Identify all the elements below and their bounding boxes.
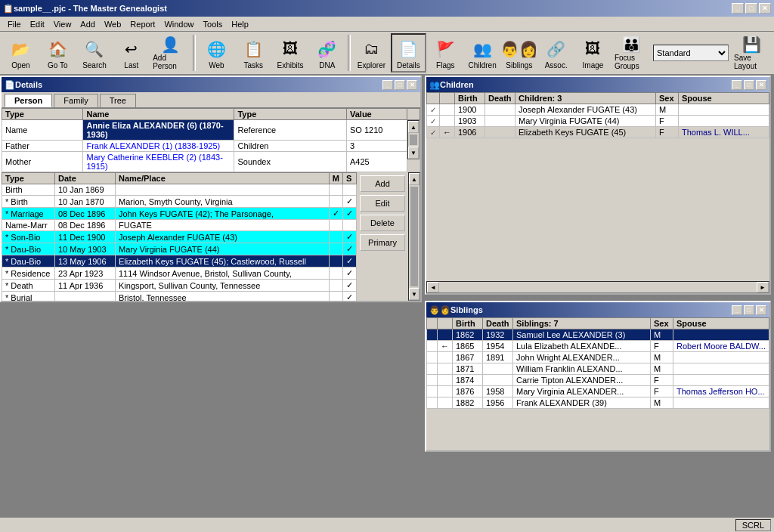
col-arrow xyxy=(440,93,455,104)
last-button[interactable]: ↩ Last xyxy=(113,33,149,73)
menu-tools[interactable]: Tools xyxy=(199,18,228,30)
menu-report[interactable]: Report xyxy=(125,18,159,30)
sibling-row[interactable]: 1867 1891 John Wright ALEXANDER... M xyxy=(427,352,769,363)
sibling-row-arrow[interactable]: ← 1865 1954 Lula Elizabeth ALEXANDE... F… xyxy=(427,341,769,352)
search-button[interactable]: 🔍 Search xyxy=(77,33,113,73)
open-button[interactable]: 📂 Open xyxy=(3,33,39,73)
child-row-selected[interactable]: ✓ ← 1906 Elizabeth Keys FUGATE (45) F Th… xyxy=(427,127,769,138)
details-button[interactable]: 📄 Details xyxy=(391,33,426,73)
explorer-button[interactable]: 🗂 Explorer xyxy=(354,33,389,73)
app-icon: 📋 xyxy=(3,4,14,14)
events-scroll-up[interactable]: ▲ xyxy=(409,173,420,185)
siblings-close-button[interactable]: ✕ xyxy=(756,305,766,315)
events-scroll-down[interactable]: ▼ xyxy=(409,288,420,300)
info-value-father: 3 xyxy=(347,141,407,152)
menu-edit[interactable]: Edit xyxy=(26,18,49,30)
event-row[interactable]: * Birth 10 Jan 1870 Marion, Smyth County… xyxy=(2,196,357,208)
event-row-sonbio[interactable]: * Son-Bio 11 Dec 1900 Joseph Alexander F… xyxy=(2,231,357,243)
sibling-row-thomas[interactable]: 1876 1958 Mary Virginia ALEXANDER... F T… xyxy=(427,386,769,397)
maximize-button[interactable]: □ xyxy=(745,3,757,14)
add-person-button[interactable]: 👤 Add Person xyxy=(150,33,190,73)
info-row-mother[interactable]: Mother Mary Catherine KEEBLER (2) (1843-… xyxy=(2,152,420,172)
info-row-father[interactable]: Father Frank ALEXANDER (1) (1838-1925) C… xyxy=(2,141,420,152)
col-spouse-s: Spouse xyxy=(673,318,769,329)
details-maximize-button[interactable]: □ xyxy=(395,80,405,90)
col-value: Value xyxy=(347,109,407,120)
children-h-scrollbar[interactable]: ◄ ► xyxy=(426,281,769,293)
details-panel-title: Details xyxy=(15,80,42,89)
sibling-row[interactable]: 1871 William Franklin ALEXAND... M xyxy=(427,363,769,375)
children-icon: 👥 xyxy=(470,37,494,61)
edit-event-button[interactable]: Edit xyxy=(360,195,405,212)
col-birth: Birth xyxy=(455,93,485,104)
event-row-daubio2[interactable]: * Dau-Bio 13 May 1906 Elizabeth Keys FUG… xyxy=(2,255,357,268)
scroll-up-arrow[interactable]: ▲ xyxy=(408,121,419,133)
tab-person[interactable]: Person xyxy=(5,94,52,107)
children-scroll-left[interactable]: ◄ xyxy=(427,282,439,292)
exhibits-button[interactable]: 🖼 Exhibits xyxy=(273,33,308,73)
focus-groups-button[interactable]: 👪 Focus Groups xyxy=(612,33,652,73)
siblings-button[interactable]: 👨‍👩 Siblings xyxy=(501,33,537,73)
event-row[interactable]: Name-Marr 08 Dec 1896 FUGATE xyxy=(2,220,357,231)
menu-file[interactable]: File xyxy=(3,18,26,30)
add-event-button[interactable]: Add xyxy=(360,175,405,192)
image-button[interactable]: 🖼 Image xyxy=(575,33,611,73)
info-row-name[interactable]: Name Annie Eliza ALEXANDER (6) (1870-193… xyxy=(2,120,420,141)
sibling-row-selected[interactable]: 1862 1932 Samuel Lee ALEXANDER (3) M xyxy=(427,329,769,341)
col-type: Type xyxy=(2,109,83,120)
menu-add[interactable]: Add xyxy=(76,18,100,30)
children-maximize-button[interactable]: □ xyxy=(744,80,754,90)
children-scroll-right[interactable]: ► xyxy=(757,282,769,292)
children-button[interactable]: 👥 Children xyxy=(465,33,500,73)
menu-view[interactable]: View xyxy=(49,18,76,30)
minimize-button[interactable]: _ xyxy=(732,3,744,14)
info-value-mother: A425 xyxy=(347,152,407,172)
info-name: Annie Eliza ALEXANDER (6) (1870-1936) xyxy=(83,120,234,141)
assoc-button[interactable]: 🔗 Assoc. xyxy=(538,33,574,73)
flags-button[interactable]: 🚩 Flags xyxy=(428,33,463,73)
event-row-marriage[interactable]: * Marriage 08 Dec 1896 John Keys FUGATE … xyxy=(2,208,357,220)
sibling-row[interactable]: 1882 1956 Frank ALEXANDER (39) M xyxy=(427,397,769,409)
info-father: Frank ALEXANDER (1) (1838-1925) xyxy=(83,141,234,152)
tasks-icon: 📋 xyxy=(241,37,265,61)
siblings-maximize-button[interactable]: □ xyxy=(744,305,754,315)
event-row-daubio1[interactable]: * Dau-Bio 10 May 1903 Mary Virginia FUGA… xyxy=(2,243,357,255)
dna-button[interactable]: 🧬 DNA xyxy=(309,33,345,73)
event-row-death[interactable]: * Death 11 Apr 1936 Kingsport, Sullivan … xyxy=(2,280,357,292)
exhibits-icon: 🖼 xyxy=(278,37,302,61)
col-ref-type: Type xyxy=(234,109,347,120)
children-close-button[interactable]: ✕ xyxy=(756,80,766,90)
details-minimize-button[interactable]: _ xyxy=(382,80,393,90)
siblings-panel-icon: 👨‍👩 xyxy=(429,305,450,315)
siblings-minimize-button[interactable]: _ xyxy=(732,305,742,315)
menu-window[interactable]: Window xyxy=(159,18,198,30)
menu-web[interactable]: Web xyxy=(100,18,125,30)
menu-help[interactable]: Help xyxy=(227,18,253,30)
event-row[interactable]: Birth 10 Jan 1869 xyxy=(2,184,357,196)
flags-icon: 🚩 xyxy=(433,37,457,61)
info-ref-type-father: Children xyxy=(234,141,347,152)
tab-family[interactable]: Family xyxy=(54,94,98,107)
event-row-burial[interactable]: * Burial __ ___ ____ Bristol, Tennessee … xyxy=(2,292,357,302)
delete-event-button[interactable]: Delete xyxy=(360,215,405,231)
scroll-down-arrow[interactable]: ▼ xyxy=(408,147,419,159)
details-icon: 📄 xyxy=(396,37,420,61)
save-layout-button[interactable]: 💾 Save Layout xyxy=(732,33,771,73)
tasks-button[interactable]: 📋 Tasks xyxy=(236,33,271,73)
child-row[interactable]: ✓ 1903 Mary Virginia FUGATE (44) F xyxy=(427,116,769,127)
event-row[interactable]: * Residence 23 Apr 1923 1114 Windsor Ave… xyxy=(2,268,357,280)
goto-button[interactable]: 🏠 Go To xyxy=(40,33,76,73)
close-button[interactable]: ✕ xyxy=(759,3,771,14)
details-close-button[interactable]: ✕ xyxy=(407,80,417,90)
events-scrollbar[interactable]: ▲ ▼ xyxy=(408,172,420,301)
sibling-row[interactable]: 1874 Carrie Tipton ALEXANDER... F xyxy=(427,375,769,386)
web-button[interactable]: 🌐 Web xyxy=(199,33,234,73)
primary-event-button[interactable]: Primary xyxy=(360,234,405,251)
window-title: sample__.pjc - The Master Genealogist xyxy=(14,4,167,13)
tab-tree[interactable]: Tree xyxy=(100,94,136,107)
details-info-table: Type Name Type Value Name Annie Eliza AL… xyxy=(2,108,420,172)
layout-select[interactable]: Standard xyxy=(653,45,729,61)
children-table: Birth Death Children: 3 Sex Spouse ✓ 190… xyxy=(426,92,769,138)
children-minimize-button[interactable]: _ xyxy=(732,80,742,90)
child-row[interactable]: ✓ 1900 Joseph Alexander FUGATE (43) M xyxy=(427,104,769,116)
